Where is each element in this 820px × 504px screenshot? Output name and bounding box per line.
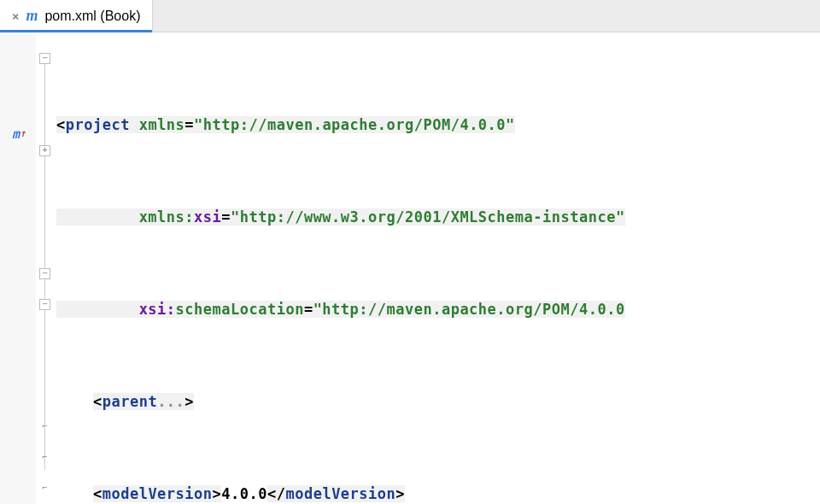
- maven-file-icon: m: [26, 7, 38, 25]
- fold-end-icon[interactable]: ⌐: [39, 422, 50, 433]
- file-tab[interactable]: × m pom.xml (Book): [0, 0, 153, 32]
- fold-expand-icon[interactable]: +: [39, 145, 50, 156]
- code-line[interactable]: xmlns:xsi="http://www.w3.org/2001/XMLSch…: [55, 202, 820, 232]
- fold-toggle-icon[interactable]: −: [39, 299, 50, 310]
- code-line[interactable]: <parent...>: [55, 386, 820, 417]
- code-editor[interactable]: <project xmlns="http://maven.apache.org/…: [55, 32, 820, 504]
- close-icon[interactable]: ×: [12, 9, 19, 23]
- code-line[interactable]: xsi:schemaLocation="http://maven.apache.…: [55, 294, 820, 325]
- fold-toggle-icon[interactable]: −: [39, 268, 50, 279]
- fold-toggle-icon[interactable]: −: [39, 53, 50, 64]
- code-line[interactable]: <project xmlns="http://maven.apache.org/…: [55, 109, 820, 140]
- fold-end-icon[interactable]: ⌐: [39, 453, 50, 464]
- code-line[interactable]: <modelVersion>4.0.0</modelVersion>: [55, 478, 820, 504]
- maven-gutter-icon[interactable]: m↑: [0, 126, 36, 142]
- fold-gutter: − + − − ⌐ ⌐ ⌐: [36, 32, 55, 504]
- editor-area: m↑ − + − − ⌐ ⌐ ⌐ <project xmlns="http://…: [0, 32, 820, 504]
- icon-gutter: m↑: [0, 32, 36, 504]
- tab-bar: × m pom.xml (Book): [0, 0, 820, 32]
- tab-title: pom.xml (Book): [44, 9, 140, 24]
- fold-end-icon[interactable]: ⌐: [39, 483, 50, 495]
